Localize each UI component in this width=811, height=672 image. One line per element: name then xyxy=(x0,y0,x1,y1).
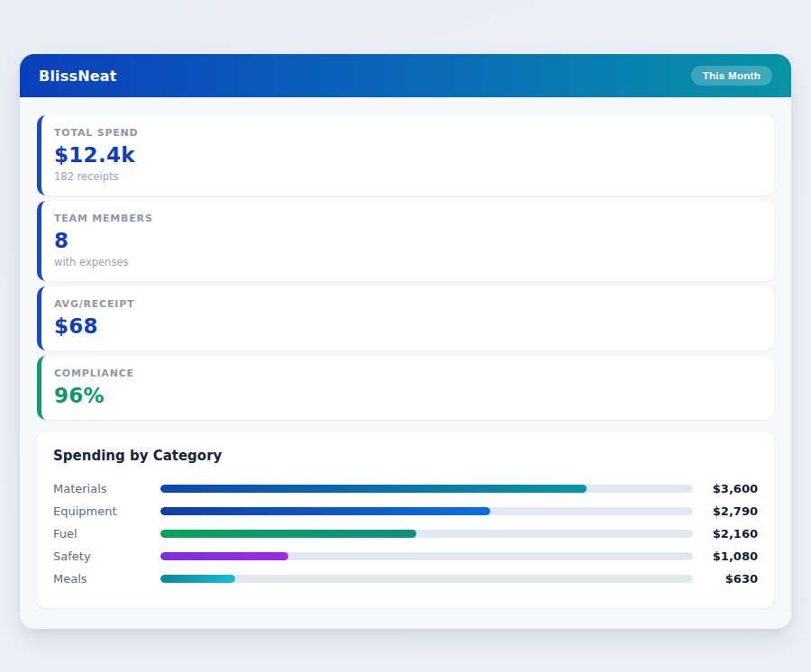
stat-card-total-spend: TOTAL SPEND $12.4k 182 receipts xyxy=(37,115,774,195)
category-label: Fuel xyxy=(53,527,160,540)
category-label: Meals xyxy=(53,572,160,586)
category-value: $3,600 xyxy=(693,482,758,495)
category-bar-track xyxy=(160,552,693,560)
stat-card-team-members: TEAM MEMBERS 8 with expenses xyxy=(37,201,774,281)
stat-card-avg-receipt: AVG/RECEIPT $68 xyxy=(37,286,774,350)
category-row-safety: Safety $1,080 xyxy=(53,545,758,568)
category-bar-fill xyxy=(160,575,235,583)
category-bar-fill xyxy=(160,530,416,538)
category-label: Safety xyxy=(53,549,160,563)
category-row-meals: Meals $630 xyxy=(53,568,758,590)
spending-by-category-card: Spending by Category Materials $3,600 Eq… xyxy=(37,432,774,608)
category-value: $2,790 xyxy=(693,504,758,518)
category-bar-track xyxy=(160,485,693,493)
app-header: BlissNeat This Month xyxy=(20,54,791,97)
category-bar-track xyxy=(160,575,693,583)
dashboard-container: BlissNeat This Month TOTAL SPEND $12.4k … xyxy=(20,54,791,629)
stat-label: TEAM MEMBERS xyxy=(54,213,758,224)
category-bar-fill xyxy=(160,552,288,560)
category-label: Materials xyxy=(53,482,160,495)
category-row-fuel: Fuel $2,160 xyxy=(53,522,758,545)
category-bar-track xyxy=(160,530,693,538)
category-row-materials: Materials $3,600 xyxy=(53,477,758,500)
category-bar-fill xyxy=(160,507,490,515)
category-label: Equipment xyxy=(53,504,160,518)
category-row-equipment: Equipment $2,790 xyxy=(53,500,758,522)
stat-card-compliance: COMPLIANCE 96% xyxy=(37,356,774,420)
stat-label: TOTAL SPEND xyxy=(54,127,758,139)
app-body: TOTAL SPEND $12.4k 182 receipts TEAM MEM… xyxy=(20,97,791,629)
stat-value: 8 xyxy=(54,229,758,252)
chart-title: Spending by Category xyxy=(53,448,758,464)
stat-sub: with expenses xyxy=(54,256,758,268)
category-bar-track xyxy=(160,507,693,515)
stat-label: AVG/RECEIPT xyxy=(54,298,758,310)
category-value: $1,080 xyxy=(693,549,758,563)
stat-value: $68 xyxy=(54,314,758,338)
category-value: $630 xyxy=(693,572,758,586)
period-badge[interactable]: This Month xyxy=(691,66,772,86)
stat-value: $12.4k xyxy=(54,143,758,167)
stat-label: COMPLIANCE xyxy=(54,368,758,379)
app-title: BlissNeat xyxy=(39,68,117,85)
category-bar-fill xyxy=(160,485,587,493)
category-value: $2,160 xyxy=(693,527,758,540)
stat-value: 96% xyxy=(54,384,758,407)
stat-sub: 182 receipts xyxy=(54,170,758,183)
